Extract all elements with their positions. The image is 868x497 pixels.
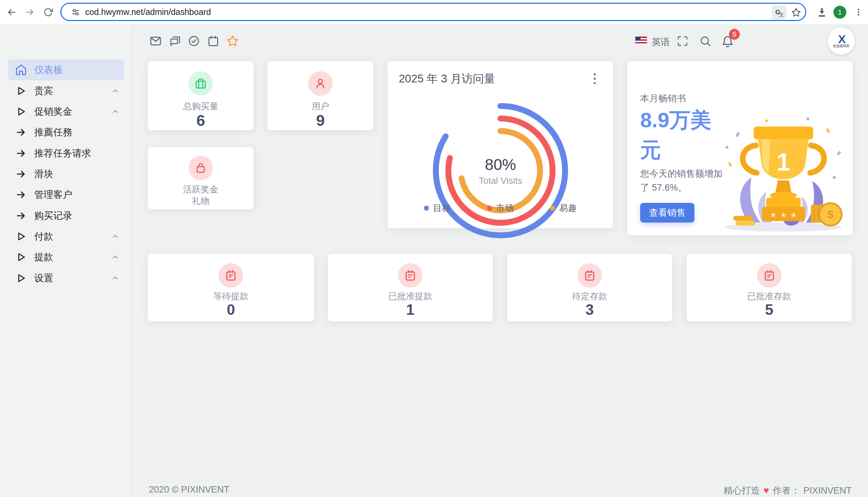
sidebar-item-vip[interactable]: 贵宾 bbox=[8, 81, 124, 101]
sidebar-item-recommend-task[interactable]: 推薦任務 bbox=[8, 122, 124, 143]
chart-legend: 目标 市场 易趣 bbox=[387, 202, 613, 214]
legend-dot bbox=[550, 205, 555, 211]
sidebar-item-label: 贵宾 bbox=[34, 84, 53, 97]
total-visits-percent: 80% bbox=[485, 155, 516, 174]
sidebar-item-recommend-task-request[interactable]: 推荐任务请求 bbox=[8, 143, 124, 164]
stat-card-total-purchases: 总购买量 6 bbox=[148, 61, 254, 130]
stat-card-users: 用户 9 bbox=[267, 61, 373, 130]
sidebar-item-slider[interactable]: 滑块 bbox=[8, 164, 124, 185]
play-triangle-icon bbox=[15, 230, 27, 243]
star-icon[interactable] bbox=[225, 33, 240, 48]
chevron-up-icon bbox=[111, 108, 119, 116]
download-icon[interactable] bbox=[815, 5, 829, 19]
sidebar-item-withdrawals[interactable]: 提款 bbox=[8, 247, 124, 268]
stat-label-line1: 活跃奖金 bbox=[148, 184, 254, 195]
chart-center-labels: 80% Total Visits bbox=[431, 101, 570, 240]
sidebar-item-payments[interactable]: 付款 bbox=[8, 226, 124, 247]
svg-text:$: $ bbox=[828, 209, 834, 221]
chevron-up-icon bbox=[111, 253, 119, 261]
avatar-logo-text: 优选源码库 bbox=[833, 44, 850, 48]
visits-chart-card: 2025 年 3 月访问量 80% Total Visits 目标 市场 易趣 bbox=[387, 61, 613, 228]
stat-label: 待定存款 bbox=[507, 290, 672, 302]
stat-icon-circle bbox=[577, 263, 602, 288]
calendar-icon[interactable] bbox=[206, 33, 221, 48]
svg-text:文: 文 bbox=[779, 12, 784, 17]
card-pending-withdrawals: 等待提款 0 bbox=[148, 254, 314, 321]
stat-label: 已批准存款 bbox=[687, 290, 852, 302]
calendar-note-icon bbox=[584, 269, 596, 282]
sidebar-item-label: 设置 bbox=[34, 272, 53, 285]
play-triangle-icon bbox=[15, 272, 27, 284]
calendar-note-icon bbox=[763, 269, 776, 282]
sidebar-item-label: 付款 bbox=[34, 230, 53, 243]
stat-icon-circle bbox=[308, 71, 333, 96]
fullscreen-icon[interactable] bbox=[675, 33, 690, 48]
play-triangle-icon bbox=[15, 105, 27, 118]
legend-item-goal[interactable]: 目标 bbox=[424, 202, 451, 214]
stat-icon-circle bbox=[398, 263, 423, 288]
stat-label: 用户 bbox=[267, 100, 373, 112]
legend-label: 市场 bbox=[496, 202, 514, 214]
card-approved-deposits: 已批准存款 5 bbox=[687, 254, 852, 321]
sidebar-item-label: 促销奖金 bbox=[34, 105, 72, 118]
us-flag-icon[interactable] bbox=[635, 37, 647, 45]
stat-card-active-bonus-gifts: 活跃奖金 礼物 bbox=[148, 147, 254, 209]
stat-icon-circle bbox=[189, 156, 213, 180]
radial-bar-chart: 80% Total Visits bbox=[431, 101, 570, 240]
bookmark-star-icon[interactable] bbox=[791, 8, 801, 19]
svg-text:1: 1 bbox=[777, 148, 790, 176]
arrow-right-icon bbox=[15, 168, 27, 180]
card-pending-deposits: 待定存款 3 bbox=[507, 254, 672, 321]
sidebar-item-label: 购买记录 bbox=[34, 209, 72, 222]
sidebar: 劳力士 仪表板 贵宾 促销奖金 推薦任務 推荐任务请求 滑块 bbox=[0, 25, 132, 497]
sidebar-item-dashboard[interactable]: 仪表板 bbox=[8, 59, 124, 81]
heart-icon: ♥ bbox=[764, 485, 769, 496]
legend-label: 易趣 bbox=[559, 202, 577, 214]
legend-item-market[interactable]: 市场 bbox=[487, 202, 514, 214]
address-bar[interactable]: cod.hwymw.net/admin/dashboard G文 bbox=[60, 3, 806, 21]
stat-value: 0 bbox=[148, 301, 314, 318]
total-visits-label: Total Visits bbox=[479, 176, 523, 186]
shopping-bag-icon bbox=[195, 162, 207, 174]
stat-label: 已批准提款 bbox=[328, 290, 492, 302]
notification-badge[interactable]: 5 bbox=[729, 29, 740, 40]
forward-arrow-icon bbox=[25, 7, 35, 17]
card-approved-withdrawals: 已批准提款 1 bbox=[328, 254, 492, 321]
browser-toolbar: cod.hwymw.net/admin/dashboard G文 1 bbox=[0, 0, 868, 25]
sidebar-item-settings[interactable]: 设置 bbox=[8, 268, 124, 289]
legend-item-ebay[interactable]: 易趣 bbox=[550, 202, 577, 214]
translate-icon[interactable]: G文 bbox=[772, 5, 786, 20]
svg-text:★: ★ bbox=[790, 211, 797, 219]
view-sales-button[interactable]: 查看销售 bbox=[640, 203, 694, 223]
chart-title: 2025 年 3 月访问量 bbox=[399, 71, 495, 86]
stat-icon-circle bbox=[219, 263, 243, 288]
chat-icon[interactable] bbox=[167, 33, 182, 48]
browser-forward-button[interactable] bbox=[23, 5, 36, 19]
dashboard-page: cod.hwymw.net/admin/dashboard G文 1 劳力士 仪… bbox=[0, 0, 868, 497]
back-arrow-icon bbox=[6, 7, 17, 17]
footer-author-prefix: 作者： bbox=[773, 484, 800, 497]
search-icon[interactable] bbox=[698, 33, 713, 48]
sidebar-item-manage-customers[interactable]: 管理客户 bbox=[8, 184, 124, 205]
sidebar-item-promo-bonus[interactable]: 促销奖金 bbox=[8, 101, 124, 122]
check-circle-icon[interactable] bbox=[187, 33, 202, 48]
browser-back-button[interactable] bbox=[5, 5, 18, 19]
browser-menu-kebab[interactable] bbox=[852, 5, 865, 19]
language-label[interactable]: 英语 bbox=[652, 36, 670, 48]
sidebar-item-purchase-records[interactable]: 购买记录 bbox=[8, 205, 124, 226]
site-info-icon[interactable] bbox=[71, 8, 80, 18]
sidebar-item-label: 提款 bbox=[34, 251, 53, 264]
stat-label-line2: 礼物 bbox=[148, 195, 254, 207]
stat-icon-circle bbox=[757, 263, 781, 288]
arrow-right-icon bbox=[15, 147, 27, 159]
mail-icon[interactable] bbox=[148, 33, 163, 48]
card-menu-kebab-icon[interactable] bbox=[591, 72, 598, 85]
browser-profile-avatar[interactable]: 1 bbox=[834, 6, 846, 19]
sidebar-item-label: 推薦任務 bbox=[34, 126, 72, 139]
legend-dot bbox=[487, 205, 492, 211]
url-text[interactable]: cod.hwymw.net/admin/dashboard bbox=[85, 7, 211, 17]
stat-value: 3 bbox=[507, 301, 672, 318]
browser-reload-button[interactable] bbox=[41, 5, 55, 19]
stat-icon-circle bbox=[189, 71, 213, 96]
user-avatar[interactable]: X 优选源码库 bbox=[828, 28, 855, 55]
